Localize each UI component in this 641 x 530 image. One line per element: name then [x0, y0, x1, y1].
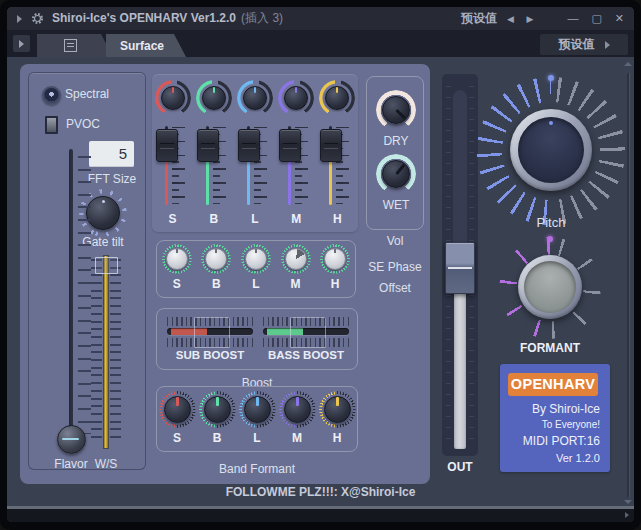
vol-group-label: Vol — [366, 234, 424, 248]
pvoc-label: PVOC — [66, 117, 100, 131]
ws-slider-handle[interactable] — [95, 257, 118, 274]
wet-label: WET — [367, 198, 425, 212]
band-knob-l-indicator — [254, 87, 256, 93]
scroll-down-icon[interactable] — [624, 500, 632, 504]
preset-selector[interactable]: 预设值 — [540, 34, 628, 55]
collapse-arrow-icon[interactable] — [17, 15, 22, 23]
band-slider-b[interactable] — [197, 124, 231, 208]
band-slider-h[interactable] — [320, 124, 354, 208]
band-formant-group-label: Band Formant — [156, 462, 358, 476]
phase-knob-h[interactable] — [320, 244, 350, 274]
phase-knob-b-indicator — [215, 249, 217, 253]
formant-knob-m[interactable] — [279, 391, 316, 428]
band-formant-labels-row: S B L M H — [157, 431, 357, 445]
formant-knob-l[interactable] — [239, 391, 276, 428]
vol-panel: DRY WET — [366, 76, 424, 230]
boost-panel: SUB BOOST BASS BOOST — [156, 308, 358, 370]
wet-knob[interactable] — [376, 154, 416, 194]
sub-boost-label: SUB BOOST — [160, 349, 260, 361]
phase-knob-h-indicator — [334, 249, 336, 253]
badge-version: Ver 1.2.0 — [556, 452, 600, 464]
band-slider-m[interactable] — [279, 124, 313, 208]
sub-boost-handle[interactable] — [194, 317, 230, 348]
band-label-l: L — [245, 212, 265, 226]
formant-knob-s-indicator — [176, 397, 179, 406]
phase-knob-m-face — [285, 248, 307, 270]
pvoc-toggle[interactable] — [45, 116, 58, 134]
bottom-scrollbar[interactable] — [7, 509, 634, 522]
band-slider-b-handle[interactable] — [197, 129, 219, 162]
tab-surface[interactable]: Surface — [106, 34, 186, 57]
close-button[interactable]: ✕ — [615, 13, 624, 24]
formant-knob-h[interactable] — [319, 391, 356, 428]
bass-boost-slider[interactable] — [263, 317, 349, 347]
band-knob-m-indicator — [295, 87, 297, 93]
tab-bar: Surface 预设值 — [7, 30, 634, 57]
main-panel: Spectral PVOC 5 FFT Size Gate tilt Flavo… — [20, 64, 430, 484]
band-knob-m[interactable] — [278, 80, 314, 116]
formant-knob-s[interactable] — [159, 391, 196, 428]
vertical-scrollbar[interactable] — [627, 73, 630, 497]
scroll-up-icon[interactable] — [624, 62, 632, 66]
formant-label: FORMANT — [498, 341, 602, 355]
phase-knob-b[interactable] — [201, 244, 231, 274]
band-label-s: S — [163, 212, 183, 226]
flavor-slider-handle[interactable] — [57, 425, 86, 454]
se-phase-panel: S B L M H — [156, 240, 356, 298]
gear-icon[interactable] — [31, 12, 44, 25]
tab-nav-arrow-button[interactable] — [13, 35, 30, 52]
formant-top-marker — [547, 236, 553, 242]
phase-knob-l-indicator — [255, 249, 257, 253]
se-phase-label-line2: Offset — [350, 281, 440, 295]
formant-knob-l-indicator — [256, 397, 259, 406]
band-slider-m-handle[interactable] — [279, 129, 301, 162]
band-knob-h[interactable] — [319, 80, 355, 116]
pitch-knob-indicator — [549, 121, 553, 125]
tab-surface-label: Surface — [120, 39, 164, 53]
band-slider-l-handle[interactable] — [238, 129, 260, 162]
phase-knob-m[interactable] — [281, 244, 311, 274]
band-knob-b[interactable] — [196, 80, 232, 116]
preset-label[interactable]: 预设值 — [461, 10, 497, 27]
band-slider-s[interactable] — [156, 124, 190, 208]
pitch-knob-ring — [510, 109, 592, 191]
formant-knob[interactable] — [498, 236, 602, 340]
app-frame: Shiroi-Ice's OPENHARV Ver1.2.0(插入 3) 预设值… — [7, 7, 634, 522]
band-knob-l[interactable] — [237, 80, 273, 116]
formant-knob-b[interactable] — [199, 391, 236, 428]
minimize-button[interactable]: — — [567, 13, 578, 24]
preset-next-icon[interactable] — [605, 41, 610, 49]
phase-knob-l[interactable] — [241, 244, 271, 274]
phase-knob-s[interactable] — [162, 244, 192, 274]
phase-labels-row: S B L M H — [157, 277, 355, 291]
formant-knob-b-indicator — [216, 397, 219, 406]
band-label-b: B — [204, 212, 224, 226]
flavor-slider-track[interactable] — [69, 149, 73, 441]
scroll-right-icon[interactable] — [625, 512, 629, 518]
pitch-knob[interactable] — [475, 75, 627, 227]
ws-slider-ticks-left — [91, 259, 102, 443]
spectral-led-button[interactable] — [42, 86, 61, 105]
out-fader-track-upper[interactable] — [453, 90, 467, 246]
band-slider-l[interactable] — [238, 124, 272, 208]
out-fader-track-lower[interactable] — [454, 292, 466, 449]
dry-knob[interactable] — [376, 90, 416, 130]
band-label-m: M — [286, 212, 306, 226]
preset-prev-next-icons[interactable]: ◀ ▶ — [507, 14, 538, 24]
ws-slider-track[interactable] — [104, 256, 108, 448]
out-fader-handle[interactable] — [445, 242, 475, 294]
plugin-editor-icon — [64, 39, 77, 52]
about-badge: OPENHARV By Shiroi-Ice To Everyone! MIDI… — [500, 364, 610, 472]
sub-boost-slider[interactable] — [167, 317, 253, 347]
band-knob-b-indicator — [213, 87, 215, 93]
badge-title: OPENHARV — [508, 373, 598, 396]
fft-size-value[interactable]: 5 — [89, 141, 134, 167]
band-slider-s-handle[interactable] — [156, 129, 178, 162]
left-panel: Spectral PVOC 5 FFT Size Gate tilt Flavo… — [28, 72, 146, 470]
maximize-button[interactable]: ▢ — [591, 13, 601, 24]
band-knob-s[interactable] — [155, 80, 191, 116]
band-slider-h-handle[interactable] — [320, 129, 342, 162]
gate-tilt-indicator — [102, 200, 105, 203]
bass-boost-handle[interactable] — [290, 317, 326, 348]
tab-editor[interactable] — [37, 34, 113, 57]
